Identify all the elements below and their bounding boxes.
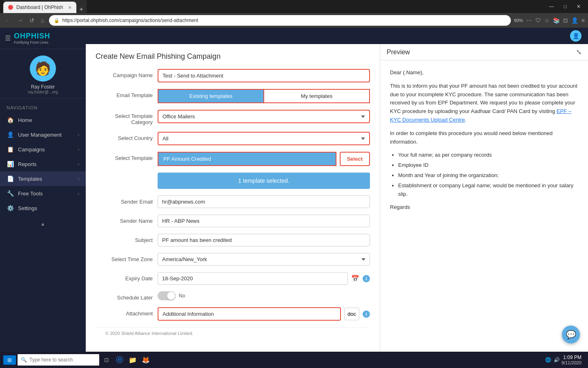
- chevron-right-icon-campaigns: ›: [78, 147, 79, 152]
- taskbar-search-bar[interactable]: 🔍: [18, 354, 99, 366]
- firefox-icon[interactable]: 🦊: [140, 354, 151, 366]
- footer: © 2020 Shield Alliance International Lim…: [96, 327, 370, 339]
- timezone-label: Select Time Zone: [96, 253, 153, 262]
- explorer-icon[interactable]: 📁: [127, 354, 138, 366]
- preview-regards: Regards: [390, 203, 578, 212]
- schedule-row: Schedule Later No: [96, 291, 370, 301]
- top-header: 👤: [86, 28, 588, 44]
- menu-icon[interactable]: ≡: [581, 17, 585, 24]
- home-icon: 🏠: [7, 117, 14, 123]
- account-icon[interactable]: 👤: [571, 17, 578, 24]
- sender-name-input[interactable]: [158, 215, 370, 227]
- browser-tab[interactable]: Dashboard | OhPhish ✕: [3, 2, 76, 13]
- timezone-select[interactable]: America/New_York America/Los_Angeles Eur…: [158, 253, 370, 266]
- campaign-name-input[interactable]: [158, 69, 370, 82]
- list-item: Employee ID: [398, 161, 578, 170]
- preview-body: Dear (.Name), This is to inform you that…: [380, 60, 588, 368]
- sync-icon[interactable]: ⊡: [563, 17, 568, 24]
- user-name: Ray Foster: [31, 84, 55, 90]
- sidebar-item-settings-label: Settings: [18, 205, 37, 211]
- schedule-label: Schedule Later: [96, 291, 153, 301]
- attachment-input[interactable]: [158, 307, 341, 321]
- templates-icon: 📄: [7, 175, 14, 182]
- timezone-row: Select Time Zone America/New_York Americ…: [96, 253, 370, 266]
- taskbar-search-input[interactable]: [29, 357, 96, 363]
- task-view-icon[interactable]: ⊡: [101, 354, 112, 366]
- minimize-button[interactable]: —: [545, 4, 558, 9]
- sidebar-scroll-up[interactable]: ▲: [0, 219, 86, 228]
- hamburger-icon[interactable]: ☰: [5, 34, 11, 42]
- schedule-toggle-container: No: [158, 291, 185, 300]
- chat-bubble-button[interactable]: 💬: [562, 326, 580, 344]
- attachment-format-select[interactable]: doc pdf xls: [344, 308, 359, 320]
- form-section: Create New Email Phishing Campaign Campa…: [86, 44, 380, 368]
- chevron-right-icon-templates: ›: [78, 177, 79, 181]
- close-button[interactable]: ✕: [572, 4, 585, 9]
- new-tab-button[interactable]: +: [76, 6, 87, 13]
- sidebar-item-settings[interactable]: ⚙️ Settings: [0, 201, 86, 215]
- attachment-info-icon[interactable]: i: [363, 310, 370, 318]
- more-button[interactable]: ⋯: [526, 17, 532, 24]
- my-templates-button[interactable]: My templates: [264, 89, 370, 103]
- refresh-button[interactable]: ↺: [28, 16, 36, 24]
- sidebar-item-user-management[interactable]: 👤 User Management ›: [0, 127, 86, 142]
- back-button[interactable]: ←: [3, 16, 12, 24]
- attachment-label: Attachment: [96, 307, 153, 317]
- folder-icon: 📁: [129, 356, 137, 364]
- preview-section: Preview ⤡ Dear (.Name), This is to infor…: [380, 44, 588, 368]
- start-button[interactable]: ⊞: [3, 355, 16, 365]
- sidebar-item-free-tools[interactable]: 🔧 Free Tools ›: [0, 186, 86, 201]
- user-profile: 🧑 Ray Foster ray.foster@...org: [0, 49, 86, 99]
- edge-browser-icon[interactable]: ⓔ: [114, 354, 125, 366]
- attachment-input-group: doc pdf xls i: [158, 307, 370, 321]
- volume-icon: 🔊: [554, 357, 560, 363]
- campaign-name-row: Campaign Name: [96, 69, 370, 82]
- campaign-name-label: Campaign Name: [96, 69, 153, 78]
- schedule-toggle[interactable]: [158, 291, 176, 300]
- select-template-button[interactable]: Select: [340, 152, 370, 166]
- sidebar-item-home-label: Home: [18, 117, 32, 123]
- subject-row: Subject: [96, 234, 370, 246]
- existing-templates-button[interactable]: Existing templates: [158, 89, 264, 103]
- preview-para1: This is to inform you that your PF amoun…: [390, 82, 578, 124]
- sidebar-item-templates[interactable]: 📄 Templates ›: [0, 171, 86, 186]
- calendar-icon[interactable]: 📅: [351, 275, 359, 282]
- template-row: Select Template PF Amount Credited Selec…: [96, 152, 370, 166]
- sys-icons: 🌐 🔊: [545, 357, 560, 363]
- chat-icon: 💬: [566, 330, 576, 339]
- free-tools-icon: 🔧: [7, 190, 14, 197]
- schedule-toggle-label: No: [179, 293, 185, 299]
- tab-close-btn[interactable]: ✕: [68, 5, 71, 10]
- subject-input[interactable]: [158, 234, 370, 246]
- sidebar-item-reports[interactable]: 📊 Reports ›: [0, 157, 86, 171]
- sidebar-item-campaigns-label: Campaigns: [18, 146, 45, 153]
- forward-button[interactable]: →: [16, 16, 24, 24]
- sender-email-input[interactable]: [158, 195, 370, 208]
- expiry-info-icon[interactable]: i: [363, 275, 370, 282]
- avatar: 🧑: [30, 55, 56, 82]
- header-avatar: 👤: [570, 30, 581, 42]
- attachment-row: Attachment doc pdf xls i: [96, 307, 370, 321]
- sidebar-item-campaigns[interactable]: 📋 Campaigns ›: [0, 142, 86, 157]
- home-button[interactable]: ⌂: [39, 16, 46, 24]
- template-category-select[interactable]: All Office Mailers Finance IT HR: [158, 110, 370, 123]
- library-icon[interactable]: 📚: [553, 17, 560, 24]
- system-date: 9/11/2020: [561, 360, 581, 365]
- preview-expand-icon[interactable]: ⤡: [576, 48, 581, 56]
- sidebar-item-home[interactable]: 🏠 Home: [0, 113, 86, 127]
- user-email: ray.foster@...org: [28, 90, 58, 94]
- expiry-row: Expiry Date 📅 i: [96, 272, 370, 285]
- network-icon: 🌐: [545, 357, 551, 363]
- url-text: https://portal.ohphish.com/campaigns/act…: [62, 18, 506, 23]
- country-select[interactable]: All USA India UK: [158, 132, 370, 145]
- address-bar[interactable]: 🔒 https://portal.ohphish.com/campaigns/a…: [49, 15, 510, 26]
- template-category-row: Select Template Category All Office Mail…: [96, 110, 370, 125]
- sidebar-item-user-management-label: User Management: [18, 132, 62, 138]
- maximize-button[interactable]: □: [560, 4, 571, 9]
- preview-header: Preview ⤡: [380, 44, 588, 60]
- expiry-date-input[interactable]: [158, 272, 348, 285]
- shield-icon: 🛡: [535, 17, 541, 24]
- template-selected-display: PF Amount Credited: [158, 152, 336, 166]
- bookmark-icon[interactable]: ☆: [544, 17, 550, 24]
- system-time: 1:09 PM: [561, 355, 581, 360]
